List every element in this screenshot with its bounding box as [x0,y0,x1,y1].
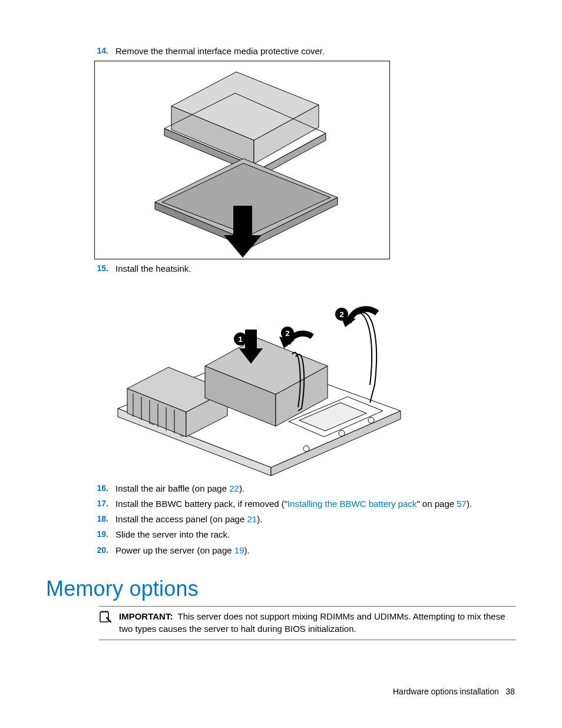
page-link-22[interactable]: 22 [229,483,239,493]
step-14: 14. Remove the thermal interface media p… [88,45,516,57]
footer-page-number: 38 [505,687,515,696]
step-16: 16. Install the air baffle (on page 22). [88,483,516,495]
figure-thermal-cover [94,61,516,259]
step-text: Slide the server into the rack. [115,529,516,541]
note-body: This server does not support mixing RDIM… [119,611,505,634]
link-installing-bbwc[interactable]: Installing the BBWC battery pack [287,499,416,509]
svg-rect-12 [233,206,252,236]
section-heading-memory-options: Memory options [46,577,516,601]
step-18: 18. Install the access panel (on page 21… [88,513,516,525]
important-note: IMPORTANT: This server does not support … [99,606,516,640]
figure-install-heatsink: 1 2 2 [94,279,516,479]
callout-1: 1 [238,335,242,344]
page-footer: Hardware options installation 38 [393,687,515,696]
svg-point-20 [339,430,345,436]
svg-point-19 [303,446,309,452]
svg-rect-36 [245,330,257,350]
step-number: 14. [88,45,115,57]
step-text: Remove the thermal interface media prote… [115,45,516,57]
figure-box: 1 2 2 [94,279,405,479]
page: 14. Remove the thermal interface media p… [0,0,562,728]
step-number: 18. [88,513,115,525]
step-17: 17. Install the BBWC battery pack, if re… [88,498,516,510]
step-text: Install the air baffle (on page 22). [115,483,516,495]
svg-marker-13 [224,235,262,258]
svg-point-21 [368,417,374,423]
note-label: IMPORTANT: [119,611,173,621]
callout-2b: 2 [339,310,343,319]
step-20: 20. Power up the server (on page 19). [88,545,516,556]
callout-2a: 2 [285,329,289,338]
step-text: Power up the server (on page 19). [115,545,516,556]
step-number: 15. [88,263,115,274]
page-link-19[interactable]: 19 [234,545,244,555]
step-text: Install the heatsink. [115,263,516,275]
page-link-21[interactable]: 21 [247,514,257,524]
step-15: 15. Install the heatsink. [88,263,516,275]
step-number: 19. [88,529,115,540]
step-19: 19. Slide the server into the rack. [88,529,516,541]
step-text: Install the BBWC battery pack, if remove… [115,498,516,510]
footer-section: Hardware options installation [393,687,499,696]
step-number: 20. [88,545,115,556]
note-text: IMPORTANT: This server does not support … [119,610,516,635]
svg-rect-43 [100,612,108,622]
page-link-57[interactable]: 57 [457,499,467,509]
note-icon [99,610,119,635]
step-number: 16. [88,483,115,494]
step-number: 17. [88,498,115,509]
thermal-cover-illustration [95,61,389,259]
heatsink-install-illustration: 1 2 2 [94,279,405,479]
step-text: Install the access panel (on page 21). [115,513,516,525]
figure-box [94,61,390,259]
